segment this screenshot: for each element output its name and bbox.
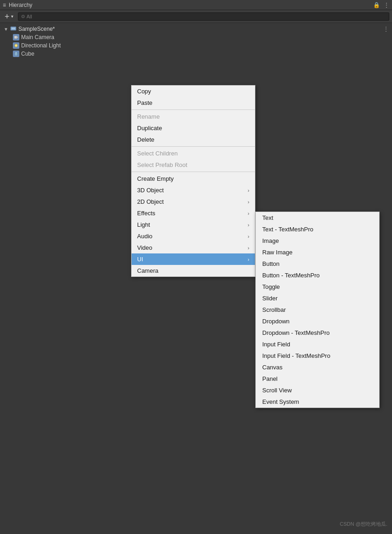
copy-menu-item[interactable]: Copy — [132, 86, 255, 97]
effects-label: Effects — [137, 210, 156, 217]
svg-marker-11 — [17, 52, 18, 56]
list-item[interactable]: Directional Light — [0, 41, 392, 50]
audio-label: Audio — [137, 233, 152, 240]
panel-submenu-item[interactable]: Panel — [256, 373, 379, 385]
list-item[interactable]: Main Camera — [0, 33, 392, 41]
video-menu-item[interactable]: Video › — [132, 242, 255, 253]
select-prefab-root-label: Select Prefab Root — [137, 161, 187, 168]
panel-label: Panel — [262, 375, 277, 382]
video-label: Video — [137, 244, 152, 251]
light-icon — [13, 42, 19, 49]
title-actions: 🔒 ⋮ — [373, 2, 389, 8]
delete-menu-item[interactable]: Delete — [132, 134, 255, 145]
lock-icon[interactable]: 🔒 — [373, 2, 380, 8]
canvas-submenu-item[interactable]: Canvas — [256, 362, 379, 373]
scrollbar-submenu-item[interactable]: Scrollbar — [256, 304, 379, 316]
copy-label: Copy — [137, 88, 151, 95]
2d-object-label: 2D Object — [137, 198, 164, 205]
cube-icon — [13, 51, 19, 57]
slider-submenu-item[interactable]: Slider — [256, 293, 379, 304]
object-name: Main Camera — [21, 34, 54, 40]
input-field-textmeshpro-submenu-item[interactable]: Input Field - TextMeshPro — [256, 350, 379, 362]
svg-rect-2 — [14, 36, 17, 39]
svg-marker-3 — [17, 36, 18, 38]
create-empty-menu-item[interactable]: Create Empty — [132, 173, 255, 184]
scroll-view-submenu-item[interactable]: Scroll View — [256, 385, 379, 396]
dropdown-textmeshpro-submenu-item[interactable]: Dropdown - TextMeshPro — [256, 327, 379, 339]
input-field-textmeshpro-label: Input Field - TextMeshPro — [262, 352, 330, 359]
separator-2 — [132, 146, 255, 147]
separator-3 — [132, 172, 255, 172]
ui-menu-item[interactable]: UI › — [132, 253, 255, 265]
paste-menu-item[interactable]: Paste — [132, 97, 255, 109]
select-prefab-root-menu-item: Select Prefab Root — [132, 159, 255, 171]
button-textmeshpro-label: Button - TextMeshPro — [262, 272, 320, 279]
light-label: Light — [137, 221, 150, 228]
dropdown-submenu-item[interactable]: Dropdown — [256, 316, 379, 327]
more-options-icon[interactable]: ⋮ — [384, 2, 389, 8]
list-item[interactable]: Cube — [0, 50, 392, 58]
toggle-label: Toggle — [262, 283, 280, 290]
arrow-icon: › — [248, 245, 249, 251]
scene-kebab-icon[interactable]: ⋮ — [383, 25, 389, 33]
hierarchy-toolbar: + ▾ ⊙ — [0, 10, 392, 23]
ui-submenu: Text Text - TextMeshPro Image Raw Image … — [255, 212, 380, 408]
separator-1 — [132, 109, 255, 110]
event-system-submenu-item[interactable]: Event System — [256, 396, 379, 408]
arrow-icon: › — [248, 234, 249, 239]
button-label: Button — [262, 260, 280, 267]
select-children-menu-item: Select Children — [132, 148, 255, 159]
image-submenu-item[interactable]: Image — [256, 235, 379, 247]
3d-object-label: 3D Object — [137, 187, 164, 194]
arrow-icon: › — [248, 211, 249, 216]
svg-point-4 — [15, 44, 17, 47]
raw-image-label: Raw Image — [262, 249, 293, 256]
camera-menu-item[interactable]: Camera — [132, 265, 255, 276]
button-textmeshpro-submenu-item[interactable]: Button - TextMeshPro — [256, 270, 379, 281]
light-menu-item[interactable]: Light › — [132, 219, 255, 230]
watermark: CSDN @想吃烤地瓜. — [340, 521, 387, 528]
audio-menu-item[interactable]: Audio › — [132, 230, 255, 242]
plus-icon: + — [5, 12, 10, 21]
panel-title: Hierarchy — [9, 2, 32, 8]
hierarchy-content: ▼ SampleScene* ⋮ Main Camera — [0, 23, 392, 60]
slider-label: Slider — [262, 295, 277, 302]
search-input[interactable] — [27, 14, 386, 19]
hierarchy-titlebar: ≡ Hierarchy 🔒 ⋮ — [0, 0, 392, 10]
context-menu: Copy Paste Rename Duplicate Delete Selec… — [131, 85, 255, 277]
hierarchy-icon: ≡ — [3, 2, 6, 8]
input-field-label: Input Field — [262, 341, 290, 348]
search-bar: ⊙ — [18, 12, 389, 21]
delete-label: Delete — [137, 136, 155, 143]
text-label: Text — [262, 214, 273, 221]
add-button[interactable]: + ▾ — [3, 11, 15, 22]
camera-label: Camera — [137, 267, 158, 274]
duplicate-label: Duplicate — [137, 125, 162, 132]
text-submenu-item[interactable]: Text — [256, 212, 379, 224]
3d-object-menu-item[interactable]: 3D Object › — [132, 184, 255, 196]
text-textmeshpro-label: Text - TextMeshPro — [262, 226, 313, 233]
2d-object-menu-item[interactable]: 2D Object › — [132, 196, 255, 207]
text-textmeshpro-submenu-item[interactable]: Text - TextMeshPro — [256, 224, 379, 235]
scene-row[interactable]: ▼ SampleScene* ⋮ — [0, 25, 392, 33]
object-name: Cube — [21, 51, 35, 57]
duplicate-menu-item[interactable]: Duplicate — [132, 122, 255, 134]
input-field-submenu-item[interactable]: Input Field — [256, 339, 379, 350]
search-icon: ⊙ — [21, 14, 25, 19]
rename-label: Rename — [137, 113, 160, 120]
dropdown-textmeshpro-label: Dropdown - TextMeshPro — [262, 329, 329, 336]
canvas-label: Canvas — [262, 364, 282, 371]
scrollbar-label: Scrollbar — [262, 306, 286, 313]
rename-menu-item: Rename — [132, 111, 255, 122]
effects-menu-item[interactable]: Effects › — [132, 207, 255, 219]
svg-rect-1 — [12, 28, 15, 29]
arrow-icon: › — [248, 257, 249, 262]
create-empty-label: Create Empty — [137, 175, 173, 182]
event-system-label: Event System — [262, 398, 299, 405]
button-submenu-item[interactable]: Button — [256, 258, 379, 270]
raw-image-submenu-item[interactable]: Raw Image — [256, 247, 379, 258]
arrow-icon: › — [248, 222, 249, 228]
toggle-submenu-item[interactable]: Toggle — [256, 281, 379, 293]
camera-icon — [13, 34, 19, 40]
dropdown-label: Dropdown — [262, 318, 289, 325]
